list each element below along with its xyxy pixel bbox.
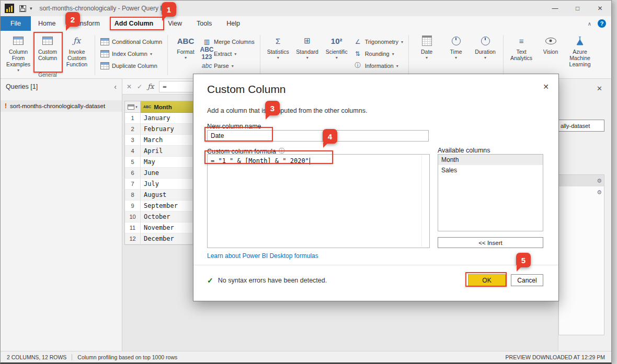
menu-tab-add-column[interactable]: Add Column [107,16,161,31]
cell-month[interactable]: May [141,157,193,168]
ribbon-group: Conditional ColumnIndex Column▾Duplicate… [96,32,166,78]
save-icon[interactable] [19,5,26,12]
available-columns-list[interactable]: MonthSales [438,154,543,231]
cell-month[interactable]: October [141,212,193,222]
menu-tabs: FileHomeTransformAdd ColumnViewToolsHelp [1,16,247,31]
formula-textarea[interactable]: = "1 " & [Month] & " 2020" [207,154,430,248]
ribbon-button-conditional-column[interactable]: Conditional Column [98,36,164,47]
menu-tab-view[interactable]: View [161,16,189,31]
minimize-button[interactable]: — [544,1,566,16]
menu-tab-file[interactable]: File [1,16,31,31]
gear-icon[interactable]: ⚙ [597,189,602,196]
cell-month[interactable]: November [141,222,193,233]
formula-cancel-icon[interactable]: ✕ [127,83,132,90]
merge-columns-icon: ▥ [202,38,211,45]
cell-month[interactable]: March [141,135,193,146]
row-number[interactable]: 5 [125,157,141,168]
query-name-input[interactable]: ally-dataset [558,120,604,132]
ribbon-button-invoke-custom-function[interactable]: ƒxInvoke Custom Function [62,33,92,67]
status-bar: 2 COLUMNS, 12 ROWS Column profiling base… [1,351,611,362]
ribbon-button-custom-column[interactable]: Custom Column [33,33,62,61]
ribbon-button-duration[interactable]: Duration▾ [471,33,500,60]
cell-month[interactable]: July [141,179,193,190]
ribbon-button-azure-machine-learning[interactable]: Azure Machine Learning [565,33,595,67]
formula-check-icon[interactable]: ✓ [137,83,142,90]
row-number[interactable]: 10 [125,212,141,222]
ribbon-button-extract[interactable]: ABC 123Extract▾ [200,48,257,59]
ribbon-button-merge-columns[interactable]: ▥Merge Columns [200,36,257,47]
column-header-month[interactable]: ABC Month [141,101,193,113]
ribbon-button-vision[interactable]: Vision [536,33,565,55]
dialog-close-icon[interactable]: ✕ [543,83,549,91]
close-button[interactable]: ✕ [589,1,611,16]
available-column-month[interactable]: Month [438,155,543,165]
available-column-sales[interactable]: Sales [438,165,543,175]
gear-icon[interactable]: ⚙ [597,178,602,184]
row-number[interactable]: 1 [125,113,141,124]
menu-tab-transform[interactable]: Transform [63,16,107,31]
invoke-custom-function-icon: ƒx [73,34,81,47]
information-icon: ⓘ [353,62,362,69]
ribbon-button-date[interactable]: Date▾ [412,33,441,60]
ribbon-button-statistics[interactable]: ΣStatistics▾ [264,33,293,60]
insert-button[interactable]: << Insert [438,237,543,248]
query-settings-panel: ✕ ally-dataset ⚙ ⚙ [558,79,611,351]
dialog-divider [193,265,558,265]
new-column-name-label: New column name [207,123,261,130]
ribbon-button-trigonometry[interactable]: ∠Trigonometry▾ [351,36,405,47]
row-number[interactable]: 4 [125,146,141,157]
status-columns-rows: 2 COLUMNS, 12 ROWS [7,354,66,360]
row-number[interactable]: 2 [125,124,141,135]
ribbon-groups: Column From Examples▾Custom ColumnƒxInvo… [2,32,597,78]
table-row: 9September [125,201,193,212]
ribbon-group: ABCFormat▾▥Merge ColumnsABC 123Extract▾a… [169,32,259,78]
status-profiling[interactable]: Column profiling based on top 1000 rows [77,354,177,360]
cell-month[interactable]: April [141,146,193,157]
grid-corner-cell[interactable]: ▾ [125,101,141,113]
ribbon-button-index-column[interactable]: Index Column▾ [98,48,164,59]
applied-step-row[interactable]: ⚙ [559,175,604,186]
ribbon-button-column-from-examples[interactable]: Column From Examples▾ [4,33,33,73]
cell-month[interactable]: June [141,168,193,179]
cell-month[interactable]: September [141,201,193,212]
ribbon-button-standard[interactable]: ⊞Standard▾ [293,33,322,60]
ribbon-button-text-analytics[interactable]: ≡Text Analytics [507,33,536,61]
conditional-column-icon [100,38,109,45]
cell-month[interactable]: August [141,190,193,201]
row-number[interactable]: 6 [125,168,141,179]
row-number[interactable]: 8 [125,190,141,201]
ribbon-button-time[interactable]: Time▾ [441,33,471,60]
menu-tab-tools[interactable]: Tools [189,16,219,31]
row-number[interactable]: 9 [125,201,141,212]
cell-month[interactable]: January [141,113,193,124]
row-number[interactable]: 12 [125,233,141,244]
menu-tab-home[interactable]: Home [31,16,63,31]
close-pane-icon[interactable]: ✕ [597,85,602,92]
collapse-pane-icon[interactable]: ‹ [114,83,117,91]
ribbon-button-parse[interactable]: abcParse▾ [200,60,257,71]
cell-month[interactable]: December [141,233,193,244]
new-column-name-input[interactable] [207,130,429,142]
ribbon-button-duplicate-column[interactable]: Duplicate Column [98,60,164,71]
ribbon-button-information[interactable]: ⓘInformation▾ [351,60,405,71]
ribbon-button-format[interactable]: ABCFormat▾ [171,33,200,60]
collapse-ribbon-icon[interactable]: ∧ [588,21,591,27]
menu-tab-help[interactable]: Help [219,16,247,31]
row-number[interactable]: 7 [125,179,141,190]
query-list-item[interactable]: ! sort-months-chronologically-dataset [1,100,122,112]
learn-formulas-link[interactable]: Learn about Power BI Desktop formulas [207,252,318,260]
row-number[interactable]: 11 [125,222,141,233]
cancel-button[interactable]: Cancel [511,274,543,286]
ribbon-button-scientific[interactable]: 10²Scientific▾ [322,33,351,60]
chevron-down-icon: ▾ [306,55,308,60]
row-number[interactable]: 3 [125,135,141,146]
ribbon-button-rounding[interactable]: ⇅Rounding▾ [351,48,405,59]
power-query-editor-window: ▾ sort-months-chronologically - Power Qu… [0,0,612,364]
applied-step-row[interactable]: ⚙ [559,186,604,198]
maximize-button[interactable]: □ [566,1,589,16]
quick-access-caret-icon[interactable]: ▾ [30,6,32,11]
parse-icon: abc [202,62,211,69]
ok-button[interactable]: OK [468,274,506,286]
help-icon[interactable]: ? [598,19,606,28]
cell-month[interactable]: February [141,124,193,135]
